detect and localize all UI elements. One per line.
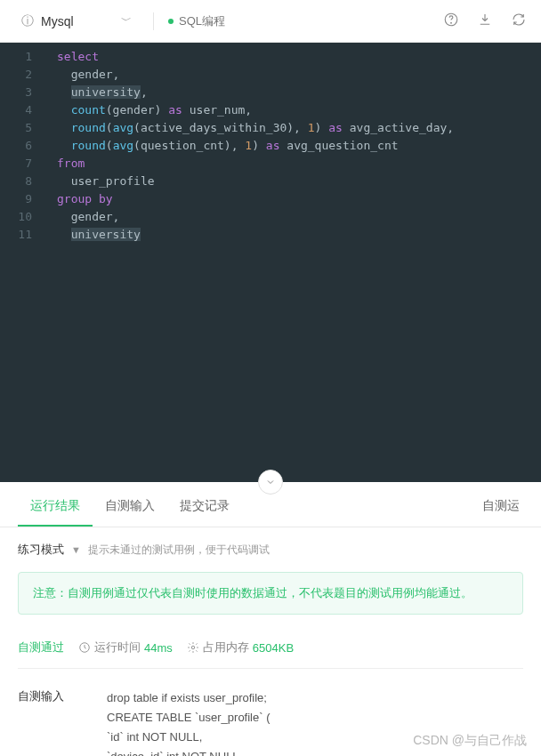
code-editor[interactable]: 1234567891011 select gender, university,… [0, 43, 541, 482]
tab-self-input[interactable]: 自测输入 [93, 487, 167, 527]
divider [153, 12, 154, 30]
memory-value: 6504KB [253, 641, 294, 655]
self-input-label: 自测输入 [18, 688, 71, 756]
clock-icon [78, 641, 91, 654]
notice-box: 注意：自测用例通过仅代表自测时使用的数据通过，不代表题目的测试用例均能通过。 [18, 572, 523, 615]
list-item: drop table if exists user_profile; [107, 688, 277, 708]
mode-hint: 提示未通过的测试用例，便于代码调试 [88, 543, 270, 558]
collapse-toggle[interactable] [258, 470, 283, 495]
mode-label[interactable]: 练习模式 [18, 542, 64, 558]
editor-tab[interactable]: SQL编程 [168, 13, 225, 29]
memory-metric: 占用内存 6504KB [187, 639, 294, 655]
svg-point-3 [191, 646, 195, 649]
language-select[interactable]: ⓘ Mysql ﹀ [14, 10, 139, 33]
tab-submit-history[interactable]: 提交记录 [167, 487, 242, 527]
info-icon: ⓘ [21, 13, 34, 29]
download-icon[interactable] [477, 12, 493, 30]
list-item: `id` int NOT NULL, [107, 728, 277, 747]
language-label: Mysql [41, 14, 114, 28]
pass-row: 自测通过 运行时间 44ms 占用内存 6504KB [18, 627, 523, 669]
mode-row: 练习模式 ▼ 提示未通过的测试用例，便于代码调试 [0, 527, 541, 572]
modified-dot-icon [168, 19, 174, 24]
list-item: `device_id` int NOT NULL, [107, 747, 277, 756]
code-content: select gender, university, count(gender)… [44, 43, 454, 244]
help-icon[interactable] [443, 12, 459, 30]
pass-label: 自测通过 [18, 639, 64, 655]
memory-icon [187, 641, 199, 654]
top-actions [443, 12, 527, 30]
tab-result[interactable]: 运行结果 [18, 487, 93, 527]
self-input-row: 自测输入 drop table if exists user_profile; … [18, 681, 523, 756]
runtime-metric: 运行时间 44ms [78, 639, 173, 655]
refresh-icon[interactable] [511, 12, 527, 30]
svg-point-1 [451, 22, 452, 23]
chevron-down-icon: ﹀ [121, 13, 132, 28]
runtime-value: 44ms [144, 641, 173, 655]
self-input-content: drop table if exists user_profile; CREAT… [107, 688, 277, 756]
chevron-down-icon[interactable]: ▼ [71, 544, 81, 555]
line-gutter: 1234567891011 [0, 43, 44, 244]
memory-label: 占用内存 [203, 639, 249, 655]
top-bar: ⓘ Mysql ﹀ SQL编程 [0, 0, 541, 43]
run-self-button[interactable]: 自测运 [479, 487, 523, 527]
runtime-label: 运行时间 [94, 639, 141, 655]
list-item: CREATE TABLE `user_profile` ( [107, 708, 277, 728]
editor-tab-title: SQL编程 [179, 13, 225, 29]
chevron-down-icon [265, 477, 276, 487]
